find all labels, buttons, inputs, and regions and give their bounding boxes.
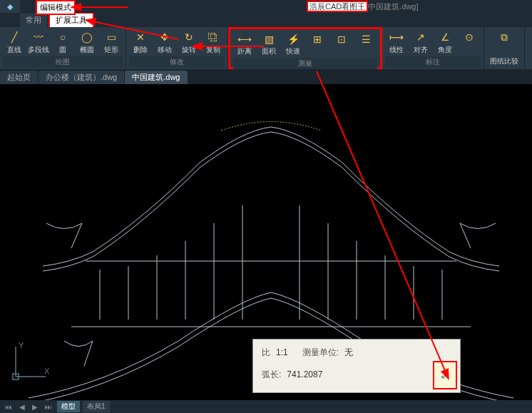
tool-delete[interactable]: ✕删除 [129,29,152,56]
measure-icon: ⊞ [310,32,324,46]
nav-prev-icon[interactable]: ◀ [17,403,27,411]
tool-label: 线性 [389,45,404,55]
tool-distance[interactable]: ⟷距离 [233,31,256,58]
tool-circle[interactable]: ○圆 [51,29,74,56]
copy-icon: ⿻ [206,30,220,44]
nav-last-icon[interactable]: ⏭ [43,403,54,411]
arc-value: 741.2087 [287,369,322,379]
tool-label: 矩形 [104,45,118,55]
tab-common[interactable]: 常用 [20,14,47,27]
doc-name: 中国建筑.dwg] [368,2,418,11]
tool-move[interactable]: ✥移动 [153,29,176,56]
tool-compare[interactable]: ⧉图纸比较 [487,29,521,68]
rotate-icon: ↻ [182,30,196,44]
tool-label: 删除 [133,45,148,55]
tool-label: 直线 [7,45,21,55]
ucs-x-label: X [44,367,50,375]
measure-icon: ☰ [359,32,373,46]
arc-label: 弧长: [262,369,281,379]
measure-result-panel: 比1:1 测量单位:无 弧长:741.2087 ✓ [252,339,461,393]
measure-icon: ⊡ [334,32,349,46]
rect-icon: ▭ [104,30,118,44]
tool-label: 快速 [286,46,300,56]
title-bar: ◆ 编辑模式 浩辰CAD看图王中国建筑.dwg] [0,0,532,13]
layout-tab[interactable]: 布局1 [83,401,110,412]
tool-label: 移动 [158,45,172,55]
align-icon: ↗ [414,30,428,44]
quick-icon: ⚡ [286,32,300,46]
ribbon-group-compare: ⧉图纸比较 [484,27,525,69]
annot-icon: ⊙ [462,30,476,44]
ribbon: ╱直线 〰多段线 ○圆 ◯椭圆 ▭矩形 绘图 ✕删除 ✥移动 ↻旋转 ⿻复制 修… [0,27,532,70]
circle-icon: ○ [56,30,70,44]
tool-label: 角度 [438,45,452,55]
nav-first-icon[interactable]: ⏮ [3,403,14,411]
tool-polyline[interactable]: 〰多段线 [27,29,50,56]
ratio-value: 1:1 [276,347,288,357]
tool-label: 旋转 [182,45,196,55]
tool-label: 对齐 [414,45,428,55]
tool-label: 多段线 [28,45,49,55]
drawing-canvas[interactable]: Y X 比1:1 测量单位:无 弧长:741.2087 ✓ [0,84,532,400]
move-icon: ✥ [158,30,172,44]
filetab-start[interactable]: 起始页 [0,71,38,84]
status-bar: ⏮ ◀ ▶ ⏭ 模型 布局1 [0,400,532,413]
tool-quick[interactable]: ⚡快速 [282,31,305,58]
tool-linear[interactable]: ⟼线性 [385,29,408,56]
line-icon: ╱ [7,30,21,44]
compare-icon: ⧉ [497,30,511,44]
unit-value: 无 [344,347,353,357]
group-label-modify: 修改 [129,56,225,68]
tool-m6[interactable]: ☰ [354,31,377,58]
app-logo-icon: ◆ [0,0,20,13]
tool-align[interactable]: ↗对齐 [409,29,432,56]
tool-m4[interactable]: ⊞ [306,31,329,58]
ribbon-group-modify: ✕删除 ✥移动 ↻旋转 ⿻复制 修改 [126,27,228,69]
tool-label: 图纸比较 [490,56,518,66]
file-tab-bar: 起始页 办公楼（建筑）.dwg 中国建筑.dwg [0,70,532,84]
ellipse-icon: ◯ [80,30,94,44]
tool-line[interactable]: ╱直线 [3,29,26,56]
angle-icon: ∠ [438,30,452,44]
polyline-icon: 〰 [31,30,46,44]
ribbon-group-annot: ⟼线性 ↗对齐 ∠角度 ⊙ 标注 [382,27,484,69]
tool-m5[interactable]: ⊡ [330,31,353,58]
group-label-draw: 绘图 [3,56,123,68]
tool-label: 面积 [262,46,276,56]
ratio-label: 比 [262,347,270,357]
delete-icon: ✕ [133,30,148,44]
tool-copy[interactable]: ⿻复制 [202,29,225,56]
model-tab[interactable]: 模型 [57,401,80,412]
area-icon: ▧ [262,32,276,46]
nav-next-icon[interactable]: ▶ [30,403,40,411]
tool-label: 距离 [237,46,252,56]
filetab-china[interactable]: 中国建筑.dwg [125,71,187,84]
ucs-icon: Y X [9,341,51,386]
tool-a4[interactable]: ⊙ [458,29,481,56]
confirm-button[interactable]: ✓ [433,361,457,389]
tool-label: 复制 [206,45,220,55]
ucs-y-label: Y [19,341,24,350]
unit-label: 测量单位: [302,347,339,357]
distance-icon: ⟷ [237,32,252,46]
linear-icon: ⟼ [389,30,404,44]
app-name: 浩辰CAD看图王 [307,1,368,12]
tool-ellipse[interactable]: ◯椭圆 [76,29,98,56]
tool-angle[interactable]: ∠角度 [434,29,456,56]
ribbon-tab-bar: 常用 扩展工具 [0,13,532,27]
group-label-annot: 标注 [385,56,481,68]
tool-label: 椭圆 [80,45,94,55]
filetab-office[interactable]: 办公楼（建筑）.dwg [39,71,124,84]
ribbon-group-draw: ╱直线 〰多段线 ○圆 ◯椭圆 ▭矩形 绘图 [0,27,126,69]
tool-area[interactable]: ▧面积 [257,31,280,58]
group-label-measure: 测量 [233,58,377,69]
tool-label: 圆 [59,45,66,55]
ribbon-group-measure: ⟷距离 ▧面积 ⚡快速 ⊞ ⊡ ☰ 测量 [228,27,382,69]
window-title: 浩辰CAD看图王中国建筑.dwg] [307,1,419,12]
edit-mode-button[interactable]: 编辑模式 [36,0,76,15]
tool-rect[interactable]: ▭矩形 [100,29,123,56]
tool-rotate[interactable]: ↻旋转 [178,29,200,56]
